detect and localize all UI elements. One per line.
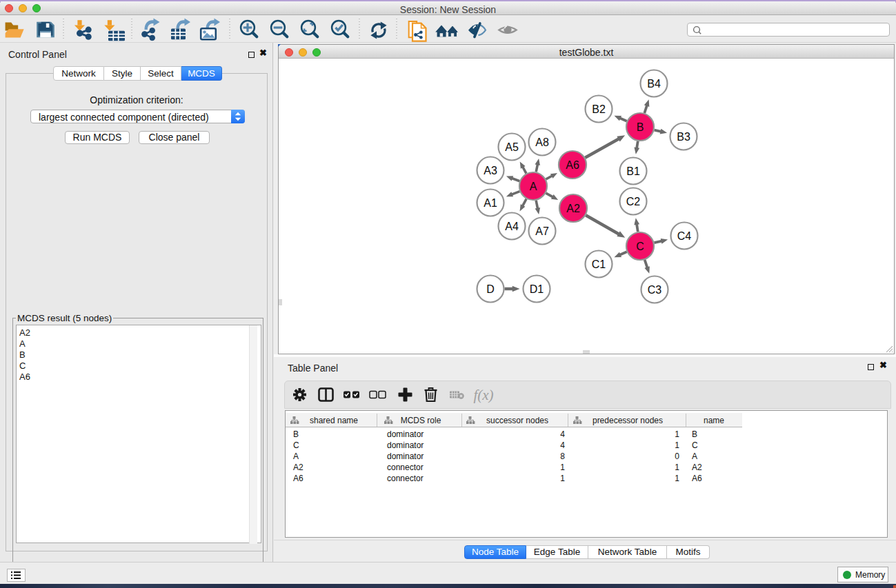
svg-text:A6: A6 xyxy=(692,474,702,483)
svg-text:B1: B1 xyxy=(626,165,640,177)
svg-text:dominator: dominator xyxy=(387,440,424,450)
svg-text:A2: A2 xyxy=(293,463,303,472)
svg-text:C3: C3 xyxy=(648,284,662,296)
svg-text:4: 4 xyxy=(560,440,565,450)
svg-text:A7: A7 xyxy=(535,225,549,237)
svg-text:A: A xyxy=(530,181,537,192)
svg-text:A8: A8 xyxy=(535,136,549,148)
svg-text:1: 1 xyxy=(560,474,565,483)
svg-text:C: C xyxy=(636,241,644,252)
svg-text:D1: D1 xyxy=(530,283,544,295)
svg-text:C2: C2 xyxy=(626,196,641,207)
svg-text:name: name xyxy=(704,416,724,425)
svg-text:A5: A5 xyxy=(505,141,519,153)
svg-text:C: C xyxy=(692,440,698,450)
svg-text:B2: B2 xyxy=(592,103,606,115)
svg-text:0: 0 xyxy=(675,452,679,461)
svg-text:1: 1 xyxy=(675,440,679,450)
svg-text:A6: A6 xyxy=(566,159,579,171)
svg-text:B: B xyxy=(637,121,644,133)
svg-text:dominator: dominator xyxy=(387,429,424,439)
svg-text:MCDS role: MCDS role xyxy=(401,416,441,425)
svg-text:A2: A2 xyxy=(692,463,702,472)
svg-text:4: 4 xyxy=(560,429,565,439)
svg-text:D: D xyxy=(486,283,495,295)
svg-text:B3: B3 xyxy=(677,131,690,143)
svg-text:C: C xyxy=(293,440,299,450)
svg-text:predecessor nodes: predecessor nodes xyxy=(593,416,663,425)
svg-text:connector: connector xyxy=(387,474,424,483)
svg-text:A: A xyxy=(293,452,299,461)
svg-text:C4: C4 xyxy=(677,230,692,242)
svg-text:B: B xyxy=(293,429,299,439)
svg-text:A2: A2 xyxy=(566,203,580,214)
svg-text:dominator: dominator xyxy=(387,452,424,461)
svg-text:A1: A1 xyxy=(484,197,497,209)
svg-text:shared name: shared name xyxy=(310,416,358,425)
svg-text:1: 1 xyxy=(560,463,565,472)
svg-text:C1: C1 xyxy=(592,258,606,270)
svg-text:B: B xyxy=(692,429,697,439)
svg-text:B4: B4 xyxy=(647,78,661,90)
svg-text:A6: A6 xyxy=(293,474,303,483)
svg-text:successor nodes: successor nodes xyxy=(486,416,548,425)
svg-text:8: 8 xyxy=(560,452,565,461)
svg-text:A: A xyxy=(692,452,697,461)
svg-text:A4: A4 xyxy=(505,221,519,232)
svg-text:1: 1 xyxy=(675,463,679,472)
svg-text:1: 1 xyxy=(675,474,679,483)
svg-text:f(x): f(x) xyxy=(473,387,493,403)
svg-text:A3: A3 xyxy=(484,165,497,176)
svg-text:connector: connector xyxy=(387,463,424,472)
svg-text:1: 1 xyxy=(675,429,679,439)
